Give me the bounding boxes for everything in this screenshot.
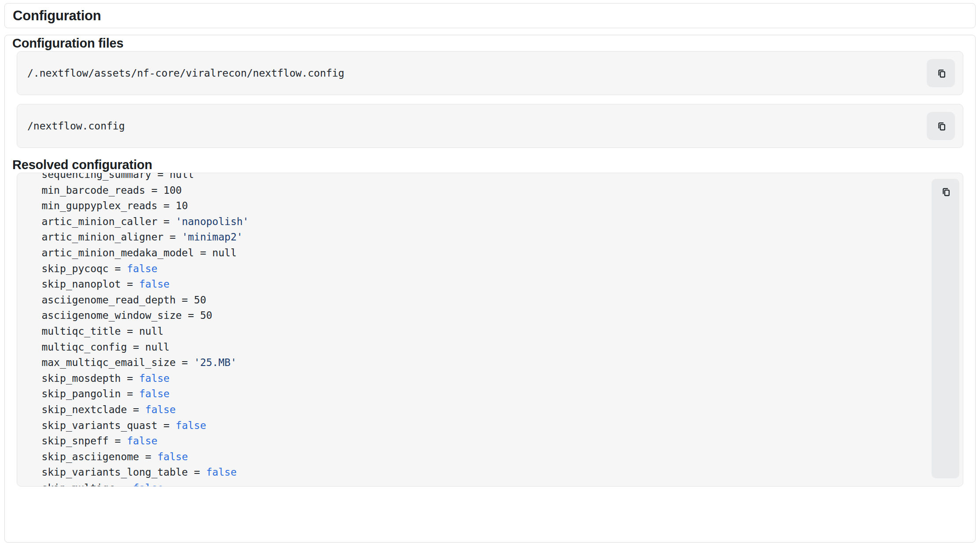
config-value: 'nanopolish' [176,216,249,227]
resolved-config-scroll-area[interactable]: sequencing_summary = null min_barcode_re… [17,173,928,486]
config-value: null [169,173,194,180]
resolved-config-code: sequencing_summary = null min_barcode_re… [17,173,928,486]
config-line: skip_asciigenome = false [17,451,188,462]
config-value: false [139,388,169,399]
config-value: 100 [163,185,182,196]
copy-icon [935,67,947,79]
config-line: skip_nanoplot = false [17,278,169,290]
config-value: 50 [194,294,206,306]
config-line: skip_pangolin = false [17,388,169,399]
config-value: null [212,247,236,259]
config-value: null [139,325,163,337]
config-value: false [127,263,157,274]
resolved-config-heading: Resolved configuration [12,157,963,173]
config-line: min_barcode_reads = 100 [17,185,182,196]
config-line: asciigenome_read_depth = 50 [17,294,206,306]
config-line: skip_snpeff = false [17,435,158,447]
config-value: false [127,435,157,447]
config-value: false [145,404,176,415]
config-line: multiqc_title = null [17,325,163,337]
configuration-body-card: Configuration files /.nextflow/assets/nf… [4,35,976,543]
config-value: 'minimap2' [182,231,243,243]
config-line: artic_minion_aligner = 'minimap2' [17,231,243,243]
config-line: skip_variants_quast = false [17,420,206,431]
copy-file-path-button[interactable] [927,59,955,87]
config-value: false [139,278,169,290]
config-value: false [158,451,188,462]
config-value: false [139,373,169,384]
config-line: sequencing_summary = null [17,173,194,180]
config-line: asciigenome_window_size = 50 [17,310,212,321]
config-value: '25.MB' [194,357,237,368]
resolved-config-block: sequencing_summary = null min_barcode_re… [17,173,963,487]
copy-icon [935,120,947,132]
config-line: multiqc_config = null [17,341,169,353]
config-file-box: /nextflow.config [17,104,963,148]
config-file-path: /nextflow.config [27,120,125,132]
copy-resolved-config-button[interactable] [932,179,959,478]
config-value: null [145,341,169,353]
config-files-heading: Configuration files [12,35,963,51]
copy-icon [939,186,951,198]
config-line: artic_minion_medaka_model = null [17,247,237,259]
configuration-page: Configuration Configuration files /.next… [4,3,976,543]
config-line: skip_pycoqc = false [17,263,158,274]
config-value: false [133,482,163,486]
config-line: max_multiqc_email_size = '25.MB' [17,357,237,368]
config-line: skip_variants_long_table = false [17,466,237,478]
config-file-path: /.nextflow/assets/nf-core/viralrecon/nex… [27,67,344,79]
config-line: skip_nextclade = false [17,404,176,415]
page-title: Configuration [13,8,101,24]
config-line: skip_multiqc = false [17,482,163,486]
config-value: 10 [176,200,188,211]
config-line: artic_minion_caller = 'nanopolish' [17,216,249,227]
config-value: 50 [200,310,212,321]
config-line: min_guppyplex_reads = 10 [17,200,188,211]
config-file-box: /.nextflow/assets/nf-core/viralrecon/nex… [17,51,963,95]
config-line: skip_mosdepth = false [17,373,169,384]
config-value: false [176,420,206,431]
configuration-header-card: Configuration [4,3,976,28]
config-value: false [206,466,236,478]
copy-file-path-button[interactable] [927,112,955,140]
